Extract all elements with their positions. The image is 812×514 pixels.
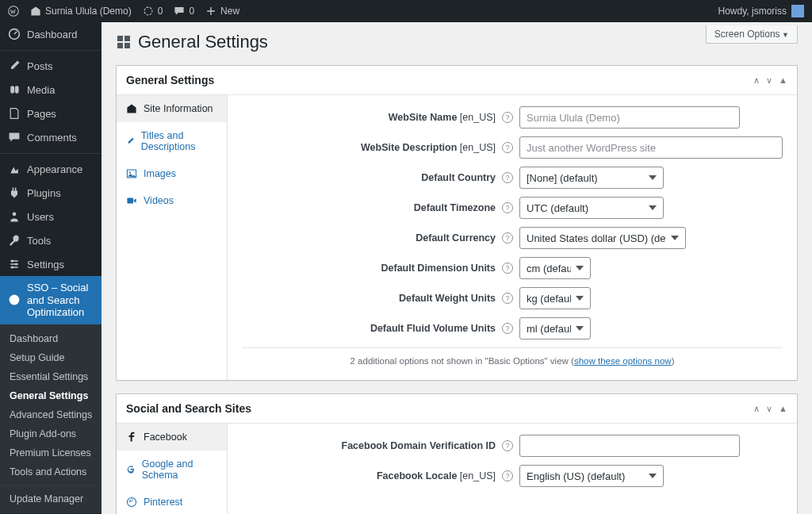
video-icon [126,195,137,206]
tab-videos[interactable]: Videos [117,187,227,214]
avatar [791,5,804,17]
svg-point-2 [13,212,17,216]
fb-locale-select[interactable]: English (US) (default) [519,465,664,487]
tab-site-information[interactable]: Site Information [117,95,227,122]
tab-google[interactable]: Google and Schema [117,451,227,489]
submenu-licenses[interactable]: Premium Licenses [0,443,102,462]
submenu-addons[interactable]: Plugin Add-ons [0,424,102,443]
home-icon [126,103,137,114]
default-country-select[interactable]: [None] (default) [519,167,664,189]
help-icon[interactable]: ? [502,293,513,304]
fb-locale-label: Facebook Locale [en_US] [242,470,496,481]
help-icon[interactable]: ? [502,142,513,153]
website-desc-input[interactable] [519,136,783,159]
default-weight-select[interactable]: kg (defaul [519,287,591,309]
default-fluid-label: Default Fluid Volume Units [242,323,496,334]
fb-domain-input[interactable] [519,435,740,457]
default-timezone-label: Default Timezone [242,202,496,213]
default-weight-label: Default Weight Units [242,293,496,304]
tab-images[interactable]: Images [117,160,227,187]
account-menu[interactable]: Howdy, jsmoriss [718,5,804,17]
submenu-update-manager[interactable]: Update Manager [0,489,102,508]
help-icon[interactable]: ? [502,172,513,183]
submenu-dashboard[interactable]: Dashboard [0,329,102,348]
default-currency-select[interactable]: United States dollar (USD) (defaul [519,227,686,249]
menu-dashboard[interactable]: Dashboard [0,22,102,46]
menu-pages[interactable]: Pages [0,102,102,125]
svg-point-5 [11,266,13,268]
submenu-essential[interactable]: Essential Settings [0,367,102,386]
submenu-advanced[interactable]: Advanced Settings [0,405,102,424]
menu-posts[interactable]: Posts [0,54,102,78]
comments-link[interactable]: 0 [174,6,194,17]
menu-media[interactable]: Media [0,78,102,102]
box-title: General Settings [126,74,214,86]
box-up-icon[interactable]: ∧ [753,75,760,86]
box-title: Social and Search Sites [126,402,251,415]
tab-pinterest[interactable]: Pinterest [117,489,227,514]
menu-settings[interactable]: Settings [0,252,102,276]
submenu-setup-guide[interactable]: Setup Guide [0,348,102,367]
box-toggle-icon[interactable]: ▲ [779,75,787,86]
help-icon[interactable]: ? [502,470,513,481]
box-up-icon[interactable]: ∧ [753,404,760,414]
menu-tools[interactable]: Tools [0,228,102,252]
default-dimension-select[interactable]: cm (defau [519,257,591,279]
website-name-label: WebSite Name [en_US] [242,112,496,123]
screen-options-toggle[interactable]: Screen Options [706,25,798,44]
wp-logo[interactable] [8,6,19,17]
svg-rect-10 [117,43,123,48]
default-timezone-select[interactable]: UTC (default) [519,197,664,219]
svg-rect-8 [117,36,123,41]
svg-rect-9 [124,36,130,41]
general-settings-box: General Settings ∧ ∨ ▲ Site Information … [116,65,798,381]
tab-titles-descriptions[interactable]: Titles and Descriptions [117,122,227,160]
image-icon [126,168,137,179]
help-icon[interactable]: ? [502,232,513,244]
box-down-icon[interactable]: ∨ [766,75,772,86]
pinterest-icon [126,497,137,508]
help-icon[interactable]: ? [502,440,513,451]
admin-sidebar: Dashboard Posts Media Pages Comments App… [0,22,102,514]
svg-rect-14 [127,198,133,204]
menu-appearance[interactable]: Appearance [0,157,102,181]
show-options-link[interactable]: show these options now [574,356,672,366]
default-currency-label: Default Currency [242,232,496,244]
menu-users[interactable]: Users [0,205,102,228]
svg-point-6 [10,295,20,305]
social-search-sites-box: Social and Search Sites ∧ ∨ ▲ Facebook G… [116,393,798,514]
submenu-general[interactable]: General Settings [0,386,102,405]
settings-icon [116,34,132,50]
page-title: General Settings [116,32,798,52]
svg-rect-11 [124,43,130,48]
help-icon[interactable]: ? [502,263,513,274]
help-icon[interactable]: ? [502,112,513,123]
tab-facebook[interactable]: Facebook [117,424,227,451]
sso-submenu: Dashboard Setup Guide Essential Settings… [0,324,102,513]
fb-domain-label: Facebook Domain Verification ID [242,440,496,451]
svg-point-13 [129,172,131,174]
default-dimension-label: Default Dimension Units [242,263,496,274]
new-link[interactable]: New [205,6,239,17]
submenu-tools-actions[interactable]: Tools and Actions [0,462,102,481]
help-icon[interactable]: ? [502,323,513,334]
svg-point-15 [127,497,136,506]
help-icon[interactable]: ? [502,202,513,213]
menu-comments[interactable]: Comments [0,125,102,149]
default-country-label: Default Country [242,172,496,183]
site-name-link[interactable]: Surnia Ulula (Demo) [30,6,132,17]
updates-link[interactable]: 0 [143,6,163,17]
facebook-icon [126,432,137,443]
content-area: Screen Options General Settings General … [102,22,812,514]
google-icon [126,464,136,475]
svg-point-4 [15,263,17,265]
svg-point-3 [11,259,13,262]
menu-sso[interactable]: SSO – Social and Search Optimization [0,276,102,324]
website-desc-label: WebSite Description [en_US] [242,142,496,153]
menu-plugins[interactable]: Plugins [0,181,102,205]
box-toggle-icon[interactable]: ▲ [779,404,787,414]
default-fluid-select[interactable]: ml (defaul [519,317,591,339]
website-name-input[interactable] [519,106,740,128]
edit-icon [126,136,135,147]
box-down-icon[interactable]: ∨ [766,404,772,414]
